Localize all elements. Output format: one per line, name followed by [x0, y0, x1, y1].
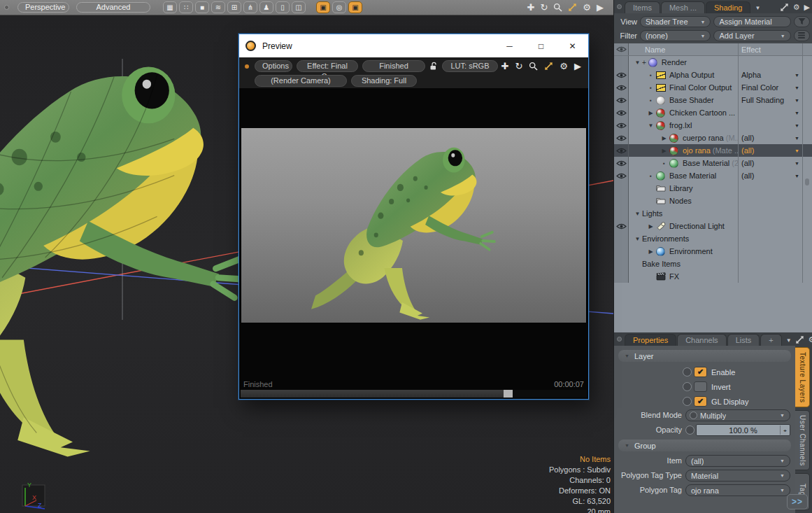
tree-row[interactable]: Nodes: [614, 195, 812, 207]
panel-handle[interactable]: [617, 337, 622, 342]
effect-dropdown[interactable]: Final Color▼: [738, 81, 802, 94]
visibility-eye-icon[interactable]: [614, 119, 629, 132]
group-section-header[interactable]: ▼Group: [618, 440, 791, 451]
shading-tab-mesh-[interactable]: Mesh ...: [661, 1, 705, 13]
tree-expand-marker[interactable]: ▼: [633, 211, 642, 217]
effect-dropdown[interactable]: Full Shading▼: [738, 94, 802, 106]
filter-funnel-icon[interactable]: [794, 16, 810, 27]
preview-titlebar[interactable]: Preview ─ □ ✕: [239, 34, 588, 57]
gear-icon[interactable]: ⚙: [583, 3, 591, 12]
solid-shade-icon[interactable]: ■: [195, 1, 209, 13]
tree-expand-marker[interactable]: ▶: [660, 135, 669, 141]
props-tab-lists[interactable]: Lists: [727, 334, 760, 346]
tree-expand-marker[interactable]: ▶: [646, 110, 655, 116]
gear-icon[interactable]: ⚙: [560, 62, 568, 71]
mannequin-icon[interactable]: ♟: [259, 1, 273, 13]
visibility-eye-icon[interactable]: [614, 69, 629, 81]
visibility-eye-icon[interactable]: [614, 144, 629, 157]
item-dropdown[interactable]: (all)▼: [685, 455, 790, 467]
double-capsule-icon[interactable]: ◫: [292, 1, 306, 13]
more-icon[interactable]: ▶: [804, 3, 810, 12]
visibility-eye-icon[interactable]: [614, 245, 629, 258]
capsule-icon[interactable]: ▯: [276, 1, 290, 13]
props-tab-properties[interactable]: Properties: [625, 334, 676, 346]
tree-expand-marker[interactable]: ▪: [660, 160, 669, 167]
visibility-eye-icon[interactable]: [614, 207, 629, 220]
tree-row[interactable]: ▶Chicken Cartoon ...▼: [614, 106, 812, 119]
render-target-icon[interactable]: ◎: [332, 1, 346, 13]
add-layer-dropdown[interactable]: Add Layer▼: [713, 30, 790, 41]
tab-menu-arrow[interactable]: ▼: [751, 5, 764, 13]
tree-row[interactable]: ▶Environment: [614, 245, 812, 258]
tree-expand-marker[interactable]: ▪: [646, 72, 655, 78]
camera-button[interactable]: (Render Camera): [255, 75, 347, 87]
props-tab-channels[interactable]: Channels: [677, 334, 726, 346]
shading-button[interactable]: Shading: Full: [351, 75, 417, 87]
view-dropdown[interactable]: Shader Tree▼: [640, 16, 711, 27]
preview-scrollbar[interactable]: [241, 390, 587, 398]
expand-icon[interactable]: [568, 3, 577, 12]
tree-row[interactable]: ▪Base Material(all)▼: [614, 169, 812, 182]
maximize-button[interactable]: □: [525, 34, 557, 57]
tree-expand-marker[interactable]: ▶: [660, 148, 669, 154]
visibility-eye-icon[interactable]: [614, 106, 629, 119]
opacity-field[interactable]: 100.0 % ◂▸: [696, 424, 790, 436]
close-button[interactable]: ✕: [557, 34, 588, 57]
rotate-icon[interactable]: ↻: [515, 62, 522, 71]
tree-row[interactable]: ▶ojo rana(Mate ...(all)▼: [614, 144, 812, 157]
tree-row[interactable]: ▼+Render: [614, 56, 812, 69]
visibility-eye-icon[interactable]: [614, 220, 629, 232]
side-tab-texture-layers[interactable]: Texture Layers: [795, 347, 810, 407]
shading-mode-dropdown[interactable]: Advanced: [76, 2, 150, 13]
checkbox-invert[interactable]: [694, 381, 707, 392]
render-status-button[interactable]: Finished: [362, 60, 425, 72]
effect-dropdown[interactable]: ▼: [738, 119, 802, 132]
layer-section-header[interactable]: ▼Layer: [618, 350, 791, 362]
scrollbar-thumb[interactable]: [504, 390, 513, 398]
tab-menu-arrow[interactable]: ▼: [783, 337, 795, 346]
expand-icon[interactable]: [544, 62, 553, 71]
vertex-map-icon[interactable]: ∷: [179, 1, 193, 13]
render-region-icon[interactable]: ▣: [316, 1, 330, 13]
filter-dropdown[interactable]: (none)▼: [640, 30, 711, 41]
tree-expand-marker[interactable]: ▼: [646, 122, 655, 129]
visibility-eye-icon[interactable]: [614, 94, 629, 106]
tree-row[interactable]: Bake Items: [614, 258, 812, 270]
tree-row[interactable]: ▪Base ShaderFull Shading▼: [614, 94, 812, 106]
expand-icon[interactable]: [795, 335, 804, 344]
tree-expand-marker[interactable]: ▼: [633, 236, 642, 242]
visibility-eye-icon[interactable]: [614, 195, 629, 207]
preview-window[interactable]: Preview ─ □ ✕ OptionsEffect: Final C...F…: [238, 34, 589, 400]
tree-expand-marker[interactable]: ▪: [646, 97, 655, 104]
tree-row[interactable]: ▶Directional Light: [614, 220, 812, 232]
gear-icon[interactable]: ⚙: [793, 3, 800, 12]
tree-row[interactable]: Library: [614, 182, 812, 195]
visibility-eye-icon[interactable]: [614, 270, 629, 283]
effect-dropdown[interactable]: (all)▼: [738, 169, 802, 182]
effect-dropdown[interactable]: (all)▼: [738, 144, 802, 157]
effect-button[interactable]: Effect: Final C...: [297, 60, 358, 72]
layer-stack-icon[interactable]: [794, 30, 810, 41]
pan-icon[interactable]: ✚: [501, 62, 509, 71]
tree-row[interactable]: ▪Alpha OutputAlpha▼: [614, 69, 812, 81]
effect-dropdown[interactable]: Alpha▼: [738, 69, 802, 81]
effect-dropdown[interactable]: (all)▼: [738, 157, 802, 169]
expand-icon[interactable]: [780, 3, 789, 12]
camera-rig-icon[interactable]: ⋔: [243, 1, 257, 13]
tree-row[interactable]: ▪Base Material(2)(all)▼: [614, 157, 812, 169]
tree-expand-marker[interactable]: ▪: [646, 173, 655, 179]
tree-row[interactable]: ▼frog.lxl▼: [614, 119, 812, 132]
unlock-icon[interactable]: [429, 62, 438, 71]
texture-checker-icon[interactable]: ▦: [163, 1, 177, 13]
visibility-eye-icon[interactable]: [614, 81, 629, 94]
checkbox-enable[interactable]: ✔: [694, 367, 707, 377]
polygon-tag-dropdown[interactable]: ojo rana▼: [685, 484, 790, 496]
tree-row[interactable]: ▪Final Color OutputFinal Color▼: [614, 81, 812, 94]
rotate-icon[interactable]: ↻: [540, 3, 548, 12]
options-button[interactable]: Options: [255, 60, 292, 72]
zoom-icon[interactable]: [529, 62, 538, 71]
tree-scrollbar-thumb[interactable]: [805, 178, 809, 185]
tree-expand-marker[interactable]: ▶: [646, 248, 655, 255]
blend-mode-dropdown[interactable]: Multiply▼: [685, 409, 790, 421]
minimize-button[interactable]: ─: [494, 34, 525, 57]
